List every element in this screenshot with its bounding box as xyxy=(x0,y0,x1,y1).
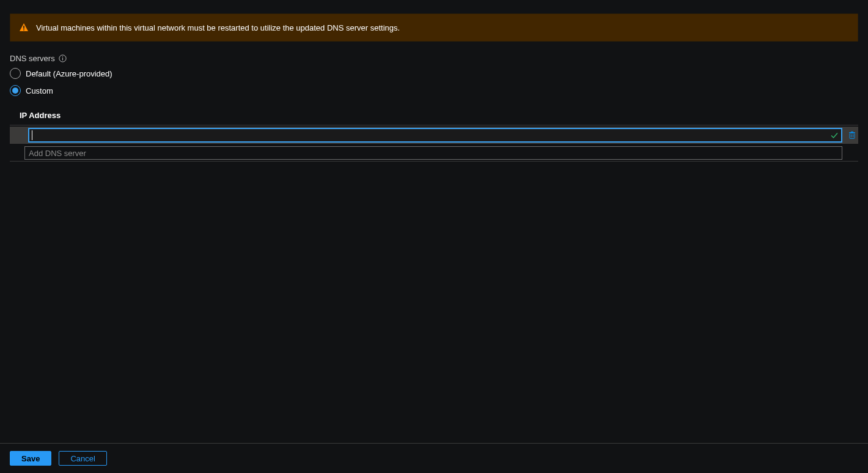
divider xyxy=(10,161,858,162)
ip-address-header: IP Address xyxy=(10,111,858,125)
radio-custom-label: Custom xyxy=(26,86,53,95)
save-button[interactable]: Save xyxy=(10,451,51,466)
svg-rect-6 xyxy=(849,132,855,133)
svg-rect-4 xyxy=(62,56,63,57)
text-caret xyxy=(32,130,32,140)
divider xyxy=(10,125,858,125)
delete-dns-entry[interactable] xyxy=(846,128,858,143)
add-dns-input[interactable] xyxy=(24,146,842,160)
dns-ip-input[interactable] xyxy=(28,128,842,143)
radio-circle-icon xyxy=(10,68,21,79)
dns-entry-row xyxy=(10,127,858,144)
svg-rect-9 xyxy=(853,135,853,138)
add-dns-row xyxy=(10,144,858,160)
info-icon[interactable] xyxy=(59,54,67,62)
svg-rect-5 xyxy=(850,133,855,139)
dns-servers-label: DNS servers xyxy=(10,54,55,63)
svg-rect-8 xyxy=(851,135,851,138)
svg-rect-7 xyxy=(851,132,853,132)
dns-servers-label-row: DNS servers xyxy=(10,54,858,63)
radio-default-label: Default (Azure-provided) xyxy=(26,69,112,78)
svg-rect-3 xyxy=(62,58,63,61)
warning-banner: Virtual machines within this virtual net… xyxy=(10,13,858,42)
dns-radio-group: Default (Azure-provided) Custom xyxy=(10,67,858,97)
warning-icon xyxy=(19,23,29,32)
svg-rect-1 xyxy=(23,29,24,31)
radio-custom[interactable]: Custom xyxy=(10,84,858,97)
radio-circle-icon xyxy=(10,85,21,96)
warning-text: Virtual machines within this virtual net… xyxy=(36,23,400,32)
radio-default-azure[interactable]: Default (Azure-provided) xyxy=(10,67,858,80)
footer-bar: Save Cancel xyxy=(0,443,868,473)
radio-dot-icon xyxy=(12,88,18,94)
svg-rect-0 xyxy=(23,26,24,29)
cancel-button[interactable]: Cancel xyxy=(59,451,106,466)
